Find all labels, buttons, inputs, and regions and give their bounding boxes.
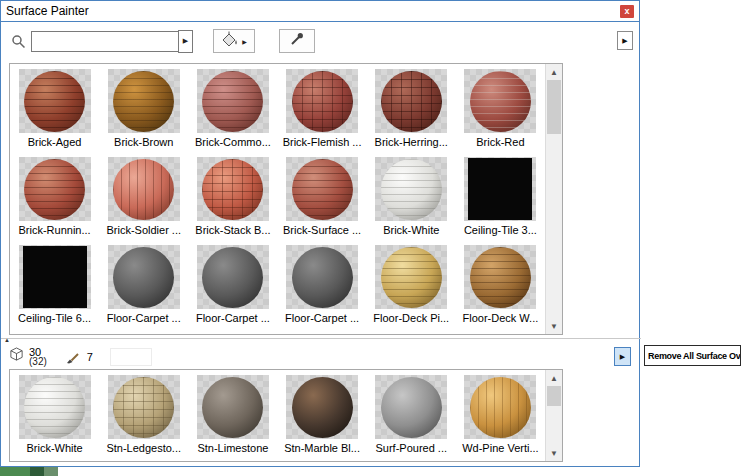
material-thumb [464, 69, 536, 133]
material-tile[interactable]: Brick-Aged [10, 66, 99, 154]
catalog-scrollbar[interactable]: ▲ ▼ [545, 64, 562, 334]
material-tile[interactable]: Ceiling-Tile 3... [456, 154, 545, 242]
material-tile[interactable]: Surf-Poured ... [367, 372, 456, 460]
material-thumb [197, 69, 269, 133]
material-tile[interactable]: Brick-Runnin... [10, 154, 99, 242]
cube-icon [9, 347, 24, 366]
material-tile[interactable]: Floor-Carpet ... [277, 242, 366, 330]
material-tile[interactable]: Floor-Deck Pi... [367, 242, 456, 330]
panel-splitter[interactable]: ▲ [1, 338, 641, 345]
material-label: Floor-Carpet ... [107, 312, 181, 324]
material-preview-sphere [113, 377, 174, 438]
overrides-menu-arrow-icon[interactable]: ▶ [614, 347, 631, 366]
pick-surface-button[interactable] [279, 29, 315, 53]
eyedropper-icon [289, 31, 305, 51]
material-preview-sphere [292, 71, 353, 132]
material-label: Brick-Brown [114, 136, 173, 148]
material-preview-sphere [292, 159, 353, 220]
search-options-arrow-icon[interactable]: ▶ [178, 30, 193, 53]
material-preview-sphere [470, 247, 531, 308]
used-surfaces-scrollbar[interactable]: ▲ ▼ [545, 370, 562, 461]
scroll-up-icon[interactable]: ▲ [546, 370, 562, 386]
material-thumb [464, 375, 536, 439]
close-icon[interactable]: x [620, 5, 634, 18]
material-label: Brick-Stack B... [195, 224, 270, 236]
material-label: Floor-Carpet ... [285, 312, 359, 324]
material-tile[interactable]: Ceiling-Tile 6... [10, 242, 99, 330]
material-thumb [375, 245, 447, 309]
material-tile[interactable]: Brick-Red [456, 66, 545, 154]
material-preview-sphere [381, 377, 442, 438]
material-thumb [108, 375, 180, 439]
material-thumb [286, 375, 358, 439]
material-thumb [108, 245, 180, 309]
material-preview-sphere [381, 247, 442, 308]
material-preview-sphere [470, 71, 531, 132]
material-tile[interactable]: Brick-Herring... [367, 66, 456, 154]
material-tile[interactable]: Brick-Flemish ... [277, 66, 366, 154]
material-tile[interactable]: Stn-Marble Bl... [277, 372, 366, 460]
material-thumb [108, 69, 180, 133]
paint-surface-button[interactable]: ▶ [213, 29, 255, 53]
material-label: Brick-Flemish ... [283, 136, 362, 148]
material-thumb [19, 69, 91, 133]
material-label: Brick-Herring... [375, 136, 448, 148]
material-thumb [19, 245, 91, 309]
search-icon [11, 34, 26, 49]
material-preview-sphere [381, 71, 442, 132]
material-tile[interactable]: Stn-Limestone [188, 372, 277, 460]
search-input[interactable] [31, 31, 179, 52]
brush-icon [66, 350, 80, 364]
scrollbar-track[interactable] [546, 406, 562, 445]
panel-options-arrow-icon[interactable]: ▶ [617, 31, 633, 50]
material-tile[interactable]: Brick-White [367, 154, 456, 242]
material-tile[interactable]: Brick-Commo... [188, 66, 277, 154]
material-preview-sphere [202, 159, 263, 220]
material-tile[interactable]: Brick-Stack B... [188, 154, 277, 242]
scrollbar-thumb[interactable] [547, 386, 561, 406]
scroll-down-icon[interactable]: ▼ [546, 318, 562, 334]
context-menu: Remove All Surface Overrides [644, 345, 741, 366]
menu-item-remove-all-surface-overrides[interactable]: Remove All Surface Overrides [648, 351, 741, 361]
material-label: Brick-White [26, 442, 82, 454]
material-tile[interactable]: Floor-Carpet ... [99, 242, 188, 330]
current-surface-swatch [110, 348, 152, 366]
surface-catalog-grid: Brick-AgedBrick-BrownBrick-Commo...Brick… [10, 64, 545, 334]
scrollbar-track[interactable] [546, 134, 562, 318]
scroll-up-icon[interactable]: ▲ [546, 64, 562, 80]
background-3d-view-sliver [0, 466, 58, 476]
material-tile[interactable]: Brick-Surface ... [277, 154, 366, 242]
scroll-down-icon[interactable]: ▼ [546, 445, 562, 461]
surface-catalog-panel: Brick-AgedBrick-BrownBrick-Commo...Brick… [9, 63, 563, 335]
material-label: Floor-Deck W... [463, 312, 539, 324]
material-label: Brick-Aged [28, 136, 82, 148]
material-label: Brick-Commo... [195, 136, 271, 148]
material-thumb [375, 157, 447, 221]
material-thumb [197, 245, 269, 309]
material-preview-flat [23, 246, 87, 308]
used-surfaces-panel: Brick-WhiteStn-Ledgesto...Stn-LimestoneS… [9, 369, 563, 462]
material-tile[interactable]: Brick-Soldier ... [99, 154, 188, 242]
titlebar[interactable]: Surface Painter x [1, 1, 639, 22]
material-tile[interactable]: Floor-Carpet ... [188, 242, 277, 330]
material-tile[interactable]: Stn-Ledgesto... [99, 372, 188, 460]
material-label: Ceiling-Tile 6... [18, 312, 91, 324]
material-tile[interactable]: Brick-White [10, 372, 99, 460]
material-thumb [286, 157, 358, 221]
material-thumb [108, 157, 180, 221]
material-thumb [19, 375, 91, 439]
material-label: Stn-Ledgesto... [106, 442, 181, 454]
material-label: Brick-Red [476, 136, 524, 148]
material-label: Ceiling-Tile 3... [464, 224, 537, 236]
scrollbar-thumb[interactable] [547, 80, 561, 134]
material-label: Stn-Limestone [197, 442, 268, 454]
material-thumb [286, 69, 358, 133]
material-tile[interactable]: Wd-Pine Verti... [456, 372, 545, 460]
material-label: Brick-Soldier ... [106, 224, 181, 236]
material-thumb [464, 245, 536, 309]
window-title: Surface Painter [6, 4, 89, 18]
material-preview-sphere [470, 377, 531, 438]
material-tile[interactable]: Floor-Deck W... [456, 242, 545, 330]
material-thumb [286, 245, 358, 309]
material-tile[interactable]: Brick-Brown [99, 66, 188, 154]
